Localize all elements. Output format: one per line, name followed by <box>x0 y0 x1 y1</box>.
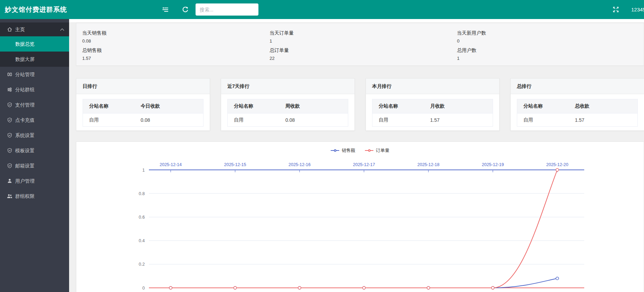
rankings-row: 日排行 分站名称 今日收款 自用 0.08 近7天排行 分站名称 周收款 <box>76 78 644 131</box>
svg-text:2025-12-17: 2025-12-17 <box>353 162 375 167</box>
col-header-site-name: 分站名称 <box>228 99 286 113</box>
table-row: 自用 1.57 <box>372 113 493 127</box>
sidebar-item-site-groups[interactable]: 分站群组 <box>0 82 69 97</box>
sidebar-item-payment-management[interactable]: 支付管理 <box>0 97 69 112</box>
col-header-amount: 今日收款 <box>141 99 203 113</box>
col-header-amount: 总收款 <box>575 99 637 113</box>
stat-value: 1 <box>457 54 644 62</box>
ranking-card-title: 近7天排行 <box>221 79 354 94</box>
stat-value: 0 <box>457 37 644 45</box>
site-name-cell: 自用 <box>228 113 286 127</box>
fold-menu-icon[interactable] <box>158 0 172 19</box>
svg-text:2025-12-16: 2025-12-16 <box>288 162 311 167</box>
shield-check-icon <box>7 117 12 123</box>
site-name-cell: 自用 <box>372 113 430 127</box>
svg-text:2025-12-19: 2025-12-19 <box>482 162 504 167</box>
stats-column-sales: 当天销售额 0.08 总销售额 1.57 <box>82 29 269 65</box>
user-icon <box>7 178 12 184</box>
ranking-card-total: 总排行 分站名称 总收款 自用 1.57 <box>510 78 644 131</box>
sidebar-item-label: 支付管理 <box>15 97 35 112</box>
col-header-amount: 月收款 <box>430 99 493 113</box>
sidebar-item-label: 群组权限 <box>15 189 35 204</box>
legend-label: 订单量 <box>376 147 389 154</box>
search-input[interactable] <box>196 3 258 16</box>
sidebar-item-group-permissions[interactable]: 群组权限 <box>0 189 69 204</box>
ranking-card-7days: 近7天排行 分站名称 周收款 自用 0.08 <box>221 78 355 131</box>
sales-orders-chart-card: 销售额订单量 00.20.40.60.812025-12-142025-12-1… <box>76 142 644 292</box>
stats-column-orders: 当天订单量 1 总订单量 22 <box>269 29 456 65</box>
tags-bar <box>69 19 644 23</box>
ranking-table: 分站名称 月收款 自用 1.57 <box>372 99 493 127</box>
amount-cell: 0.08 <box>285 113 348 127</box>
table-row: 自用 1.57 <box>517 113 638 127</box>
sales-orders-chart: 00.20.40.60.812025-12-142025-12-152025-1… <box>76 156 644 292</box>
sidebar: 主页 数据总览 数据大屏 分站管理 分站群组 支付管理 点卡充值 系统设置 <box>0 19 69 292</box>
legend-label: 销售额 <box>342 147 355 154</box>
sidebar-item-system-settings[interactable]: 系统设置 <box>0 128 69 143</box>
svg-text:0.8: 0.8 <box>139 191 145 196</box>
sidebar-item-label: 点卡充值 <box>15 112 35 128</box>
ranking-card-title: 日排行 <box>76 79 210 94</box>
amount-cell: 0.08 <box>141 113 203 127</box>
sidebar-item-label: 主页 <box>15 22 25 36</box>
sidebar-item-template-settings[interactable]: 模板设置 <box>0 143 69 158</box>
fullscreen-icon[interactable] <box>609 0 623 19</box>
stats-column-users: 当天新用户数 0 总用户数 1 <box>456 29 644 65</box>
svg-text:0: 0 <box>142 286 145 291</box>
refresh-icon[interactable] <box>178 0 192 19</box>
shield-check-icon <box>7 102 12 108</box>
sidebar-item-data-overview[interactable]: 数据总览 <box>0 36 69 52</box>
amount-cell: 1.57 <box>430 113 493 127</box>
stat-value: 0.08 <box>82 37 269 45</box>
sidebar-item-label: 用户管理 <box>15 173 35 189</box>
ranking-card-daily: 日排行 分站名称 今日收款 自用 0.08 <box>76 78 210 131</box>
sidebar-item-label: 邮箱设置 <box>15 158 35 173</box>
svg-text:0.4: 0.4 <box>139 238 145 243</box>
svg-text:1: 1 <box>142 168 145 173</box>
shield-check-icon <box>7 133 12 138</box>
sidebar-item-user-management[interactable]: 用户管理 <box>0 173 69 189</box>
legend-item[interactable]: 订单量 <box>365 147 389 154</box>
amount-cell: 1.57 <box>575 113 637 127</box>
sidebar-item-home[interactable]: 主页 <box>0 22 69 36</box>
username-menu[interactable]: 12345 <box>631 0 644 19</box>
svg-text:2025-12-20: 2025-12-20 <box>546 162 568 167</box>
stat-label: 当天订单量 <box>269 29 456 37</box>
chart-legend: 销售额订单量 <box>76 147 644 154</box>
svg-text:0.2: 0.2 <box>139 262 145 267</box>
sidebar-item-data-screen[interactable]: 数据大屏 <box>0 52 69 67</box>
sidebar-item-site-management[interactable]: 分站管理 <box>0 67 69 82</box>
stat-label: 总销售额 <box>82 46 269 54</box>
site-name-cell: 自用 <box>517 113 575 127</box>
ranking-table: 分站名称 总收款 自用 1.57 <box>517 99 638 127</box>
users-icon <box>7 193 12 199</box>
col-header-site-name: 分站名称 <box>372 99 430 113</box>
table-row: 自用 0.08 <box>83 113 203 127</box>
sidebar-item-label: 系统设置 <box>15 128 35 143</box>
shield-check-icon <box>7 148 12 153</box>
stat-label: 当天新用户数 <box>457 29 644 37</box>
ranking-table: 分站名称 周收款 自用 0.08 <box>227 99 348 127</box>
sidebar-item-mail-settings[interactable]: 邮箱设置 <box>0 158 69 173</box>
sidebar-item-card-recharge[interactable]: 点卡充值 <box>0 112 69 128</box>
app-header: 妙文馆付费进群系统 12345 <box>0 0 644 19</box>
legend-marker-icon <box>331 150 339 151</box>
legend-item[interactable]: 销售额 <box>331 147 355 154</box>
col-header-amount: 周收款 <box>285 99 348 113</box>
col-header-site-name: 分站名称 <box>517 99 575 113</box>
home-icon <box>7 27 12 32</box>
sidebar-group-home: 主页 数据总览 数据大屏 <box>0 22 69 67</box>
grid-icon <box>7 72 12 77</box>
stat-label: 当天销售额 <box>82 29 269 37</box>
chevron-up-icon <box>60 28 64 32</box>
svg-text:2025-12-15: 2025-12-15 <box>224 162 246 167</box>
stats-panel: 当天销售额 0.08 总销售额 1.57 当天订单量 1 总订单量 22 当天新… <box>76 23 644 66</box>
svg-text:2025-12-14: 2025-12-14 <box>160 162 182 167</box>
sidebar-item-label: 分站管理 <box>15 67 35 82</box>
stat-value: 22 <box>269 54 456 62</box>
svg-text:2025-12-18: 2025-12-18 <box>417 162 439 167</box>
sidebar-item-label: 模板设置 <box>15 143 35 158</box>
app-title: 妙文馆付费进群系统 <box>5 0 67 19</box>
col-header-site-name: 分站名称 <box>83 99 141 113</box>
stat-value: 1.57 <box>82 54 269 62</box>
